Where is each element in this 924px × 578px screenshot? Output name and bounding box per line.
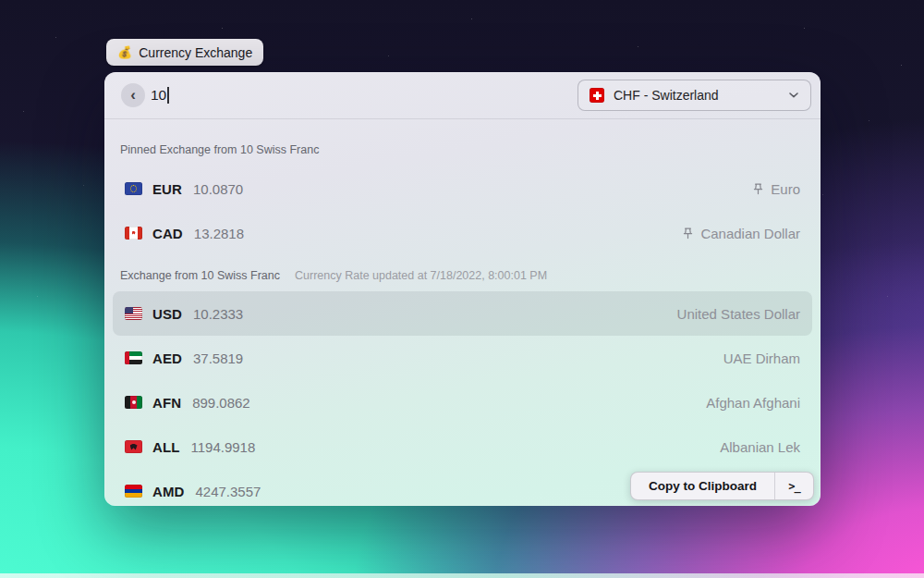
amount-input[interactable]: 10 bbox=[151, 72, 169, 118]
money-bag-icon: 💰 bbox=[117, 45, 132, 59]
flag-usd-icon bbox=[125, 307, 142, 320]
currency-code: AED bbox=[152, 350, 182, 366]
currency-row-cad[interactable]: CAD13.2818Canadian Dollar bbox=[113, 211, 812, 255]
currency-code: USD bbox=[152, 306, 182, 322]
currency-value: 37.5819 bbox=[193, 350, 243, 366]
flag-eur-icon bbox=[125, 182, 142, 195]
rate-updated-text: Currency Rate updated at 7/18/2022, 8:00… bbox=[295, 269, 547, 282]
currency-code: EUR bbox=[152, 181, 182, 197]
currency-value: 4247.3557 bbox=[195, 484, 261, 499]
extension-pill: 💰 Currency Exchange bbox=[106, 39, 263, 66]
currency-row-eur[interactable]: EUR10.0870Euro bbox=[113, 166, 812, 211]
currency-value: 1194.9918 bbox=[190, 439, 255, 455]
text-caret bbox=[167, 87, 169, 104]
currency-code: AFN bbox=[152, 395, 181, 411]
currency-name: UAE Dirham bbox=[723, 350, 800, 366]
currency-row-aed[interactable]: AED37.5819UAE Dirham bbox=[113, 336, 812, 380]
pinned-rows-list: EUR10.0870EuroCAD13.2818Canadian Dollar bbox=[104, 166, 821, 255]
copy-to-clipboard-button[interactable]: Copy to Clipboard bbox=[631, 473, 774, 499]
flag-switzerland-icon bbox=[590, 88, 604, 103]
starfield bbox=[0, 0, 1, 1]
currency-code: AMD bbox=[152, 484, 184, 499]
amount-input-value: 10 bbox=[151, 87, 166, 104]
terminal-prompt-icon: >_ bbox=[788, 480, 799, 493]
exchange-section-header: Exchange from 10 Swiss Franc Currency Ra… bbox=[120, 266, 805, 285]
flag-cad-icon bbox=[125, 227, 142, 240]
flag-all-icon bbox=[125, 440, 142, 453]
actions-menu-button[interactable]: >_ bbox=[775, 473, 813, 499]
chevron-down-icon bbox=[788, 92, 799, 99]
currency-code: ALL bbox=[152, 439, 179, 455]
flag-afn-icon bbox=[125, 396, 142, 409]
pill-label: Currency Exchange bbox=[139, 45, 252, 60]
currency-name: United States Dollar bbox=[677, 306, 800, 322]
exchange-section-title: Exchange from 10 Swiss Franc bbox=[120, 266, 280, 285]
pin-icon bbox=[751, 182, 765, 196]
currency-name: Canadian Dollar bbox=[700, 226, 800, 241]
currency-name: Euro bbox=[771, 181, 800, 197]
currency-row-all[interactable]: ALL1194.9918Albanian Lek bbox=[113, 424, 812, 469]
base-currency-label: CHF - Switzerland bbox=[614, 88, 779, 103]
currency-name: Afghan Afghani bbox=[706, 395, 800, 411]
pin-icon bbox=[681, 227, 695, 240]
currency-name: Albanian Lek bbox=[720, 439, 800, 455]
currency-value: 13.2818 bbox=[194, 226, 244, 241]
search-header: ‹ 10 CHF - Switzerland bbox=[104, 72, 821, 119]
bottom-strip bbox=[0, 573, 924, 578]
currency-code: CAD bbox=[152, 226, 183, 241]
currency-row-usd[interactable]: USD10.2333United States Dollar bbox=[113, 291, 812, 336]
base-currency-dropdown[interactable]: CHF - Switzerland bbox=[578, 80, 811, 111]
currency-row-afn[interactable]: AFN899.0862Afghan Afghani bbox=[113, 380, 812, 424]
pin-icon-wrap bbox=[751, 182, 765, 196]
chevron-left-icon: ‹ bbox=[130, 87, 136, 103]
back-button[interactable]: ‹ bbox=[121, 83, 145, 107]
currency-value: 899.0862 bbox=[192, 395, 250, 411]
currency-exchange-window: ‹ 10 CHF - Switzerland Pinned Exchange f… bbox=[104, 72, 821, 506]
currency-value: 10.0870 bbox=[193, 181, 243, 197]
pin-icon-wrap bbox=[681, 227, 695, 240]
flag-amd-icon bbox=[125, 485, 142, 498]
flag-aed-icon bbox=[125, 351, 142, 364]
action-bar: Copy to Clipboard >_ bbox=[630, 472, 814, 500]
pinned-section-title: Pinned Exchange from 10 Swiss Franc bbox=[120, 141, 805, 159]
currency-value: 10.2333 bbox=[193, 306, 243, 322]
